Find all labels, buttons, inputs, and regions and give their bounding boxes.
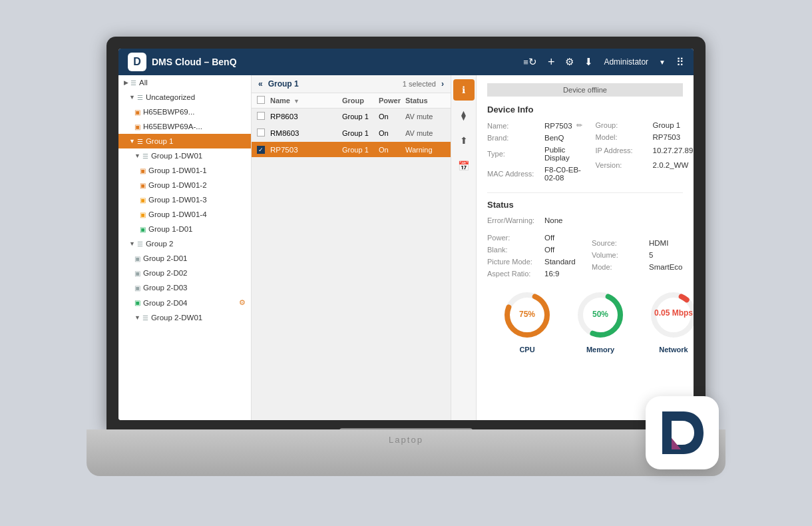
power-label: Power: bbox=[487, 234, 540, 242]
uncategorized-arrow-icon: ▼ bbox=[129, 94, 135, 101]
list-row[interactable]: ✓ RP7503 Group 1 On Warning bbox=[252, 142, 451, 158]
sidebar-item-group1[interactable]: ▼ ☰ Group 1 bbox=[118, 134, 251, 148]
info-sidebar-button[interactable]: ℹ bbox=[453, 79, 475, 101]
status-col-left: Error/Warning: None Power: Off Blank: bbox=[487, 216, 578, 278]
group2-label: Group 2 bbox=[146, 240, 174, 248]
download-icon[interactable]: ⬇ bbox=[584, 56, 593, 68]
g2-d02-icon: ▣ bbox=[134, 270, 140, 277]
row-power-3: On bbox=[379, 146, 405, 154]
sidebar-item-group2-d04[interactable]: ▣ Group 2-D04 ⚙ bbox=[118, 295, 251, 310]
name-value: RP7503 bbox=[544, 122, 572, 130]
sidebar-item-group2-d03[interactable]: ▣ Group 2-D03 bbox=[118, 280, 251, 295]
row-checkbox-2[interactable] bbox=[257, 129, 265, 136]
info-row-ip: IP Address: 10.27.27.89 ⋮ bbox=[596, 145, 694, 156]
row-status-3: Warning bbox=[405, 146, 445, 154]
name-edit-icon[interactable]: ✏ bbox=[576, 121, 582, 130]
ip-value: 10.27.27.89 bbox=[653, 146, 694, 154]
app-logo: D bbox=[128, 53, 146, 71]
row-checkbox-3[interactable]: ✓ bbox=[257, 146, 265, 154]
memory-gauge: 50% Memory bbox=[574, 288, 627, 354]
sidebar-item-group1-dw01-2[interactable]: ▣ Group 1-DW01-2 bbox=[118, 178, 251, 192]
g2-d02-label: Group 2-D02 bbox=[143, 269, 187, 277]
device-list-rows: RP8603 Group 1 On AV mute RM8603 Group 1… bbox=[252, 109, 451, 420]
status-row-power: Power: Off bbox=[487, 234, 578, 242]
mode-label: Mode: bbox=[592, 263, 645, 271]
dw01-2-label: Group 1-DW01-2 bbox=[148, 181, 207, 189]
group1-dw01-icon: ☰ bbox=[142, 152, 148, 160]
model-value: RP7503 bbox=[653, 133, 681, 141]
sidebar-item-group2-d02[interactable]: ▣ Group 2-D02 bbox=[118, 266, 251, 280]
group1-icon: ☰ bbox=[137, 138, 143, 145]
sidebar-item-group1-dw01[interactable]: ▼ ☰ Group 1-DW01 bbox=[118, 148, 251, 163]
sidebar-item-group2-dw01[interactable]: ▼ ☰ Group 2-DW01 bbox=[118, 310, 251, 325]
device-label-2: H65EBWP69A-... bbox=[143, 123, 202, 131]
group2-arrow: ▼ bbox=[129, 240, 135, 247]
network-gauge: 0.05 Mbps Network bbox=[647, 288, 694, 354]
info-col-right: Group: Group 1 Model: RP7503 IP Address: bbox=[596, 121, 694, 182]
expand-icon[interactable]: › bbox=[441, 79, 444, 89]
header-checkbox[interactable] bbox=[257, 96, 270, 105]
blank-value: Off bbox=[544, 246, 554, 254]
sidebar-item-group2[interactable]: ▼ ☰ Group 2 bbox=[118, 236, 251, 251]
selected-count: 1 selected bbox=[403, 80, 436, 88]
sidebar-item-all[interactable]: ▶ ☰ All bbox=[118, 75, 251, 90]
group2-icon: ☰ bbox=[137, 240, 143, 248]
sidebar-item-group1-dw01-4[interactable]: ▣ Group 1-DW01-4 bbox=[118, 207, 251, 222]
sidebar: ▶ ☰ All ▼ ☰ Uncategorized ▣ H65EBWP69... bbox=[118, 75, 252, 420]
sliders-sidebar-button[interactable]: ⧫ bbox=[453, 105, 475, 126]
header-power[interactable]: Power bbox=[379, 97, 405, 105]
list-row[interactable]: RP8603 Group 1 On AV mute bbox=[252, 109, 451, 125]
row-checkbox-1[interactable] bbox=[257, 112, 265, 120]
cpu-donut-chart: 75% bbox=[501, 288, 554, 342]
add-icon[interactable]: + bbox=[548, 55, 555, 69]
settings-icon[interactable]: ⚙ bbox=[565, 56, 574, 68]
header-group[interactable]: Group bbox=[342, 97, 379, 105]
admin-label: Administator bbox=[604, 57, 648, 67]
admin-dropdown-icon[interactable]: ▼ bbox=[659, 59, 666, 66]
volume-label: Volume: bbox=[592, 251, 645, 259]
refresh-icon[interactable]: ↻ bbox=[528, 56, 537, 68]
uncategorized-label: Uncategorized bbox=[146, 93, 195, 101]
apps-grid-icon[interactable]: ⠿ bbox=[676, 56, 684, 69]
name-sort-icon: ▼ bbox=[294, 98, 300, 105]
d01-icon: ▣ bbox=[140, 226, 146, 233]
dw01-2-icon: ▣ bbox=[140, 182, 146, 189]
dw01-3-icon: ▣ bbox=[140, 196, 146, 204]
offline-banner: Device offline bbox=[487, 83, 683, 97]
sidebar-item-group1-dw01-1[interactable]: ▣ Group 1-DW01-1 bbox=[118, 163, 251, 178]
hamburger-menu-icon: ≡ bbox=[523, 57, 528, 67]
memory-donut-chart: 50% bbox=[574, 288, 627, 342]
row-name-2: RM8603 bbox=[270, 129, 342, 137]
g2-dw01-label: Group 2-DW01 bbox=[151, 314, 202, 322]
type-label: Type: bbox=[487, 150, 540, 158]
header-name[interactable]: Name ▼ bbox=[270, 97, 342, 105]
info-row-name: Name: RP7503 ✏ bbox=[487, 121, 582, 130]
name-label: Name: bbox=[487, 122, 540, 130]
dw01-3-label: Group 1-DW01-3 bbox=[148, 196, 207, 204]
status-row-empty bbox=[592, 216, 683, 230]
sidebar-item-h65ebwp69-2[interactable]: ▣ H65EBWP69A-... bbox=[118, 119, 251, 134]
cpu-gauge: 75% CPU bbox=[501, 288, 554, 354]
info-row-brand: Brand: BenQ bbox=[487, 134, 582, 142]
sidebar-item-group1-dw01-3[interactable]: ▣ Group 1-DW01-3 bbox=[118, 192, 251, 207]
header-status[interactable]: Status bbox=[405, 97, 445, 105]
dw01-1-icon: ▣ bbox=[140, 167, 146, 174]
list-row[interactable]: RM8603 Group 1 On AV mute bbox=[252, 125, 451, 142]
upload-sidebar-button[interactable]: ⬆ bbox=[453, 130, 475, 151]
picture-label: Picture Mode: bbox=[487, 258, 540, 266]
schedule-sidebar-button[interactable]: 📅 bbox=[453, 155, 475, 176]
sidebar-item-h65ebwp69-1[interactable]: ▣ H65EBWP69... bbox=[118, 105, 251, 119]
g2-d04-icon: ▣ bbox=[134, 299, 140, 306]
cpu-label: CPU bbox=[519, 346, 534, 354]
sidebar-item-group1-d01[interactable]: ▣ Group 1-D01 bbox=[118, 222, 251, 236]
dw01-4-label: Group 1-DW01-4 bbox=[148, 210, 207, 218]
network-label: Network bbox=[659, 346, 688, 354]
status-row-blank: Blank: Off bbox=[487, 246, 578, 254]
collapse-icon[interactable]: « bbox=[258, 79, 263, 89]
sidebar-item-group2-d01[interactable]: ▣ Group 2-D01 bbox=[118, 251, 251, 266]
sidebar-item-uncategorized[interactable]: ▼ ☰ Uncategorized bbox=[118, 90, 251, 105]
power-value: Off bbox=[544, 234, 554, 242]
type-value: Public Display bbox=[544, 146, 582, 162]
row-name-3: RP7503 bbox=[270, 146, 342, 154]
info-row-group: Group: Group 1 bbox=[596, 121, 694, 129]
